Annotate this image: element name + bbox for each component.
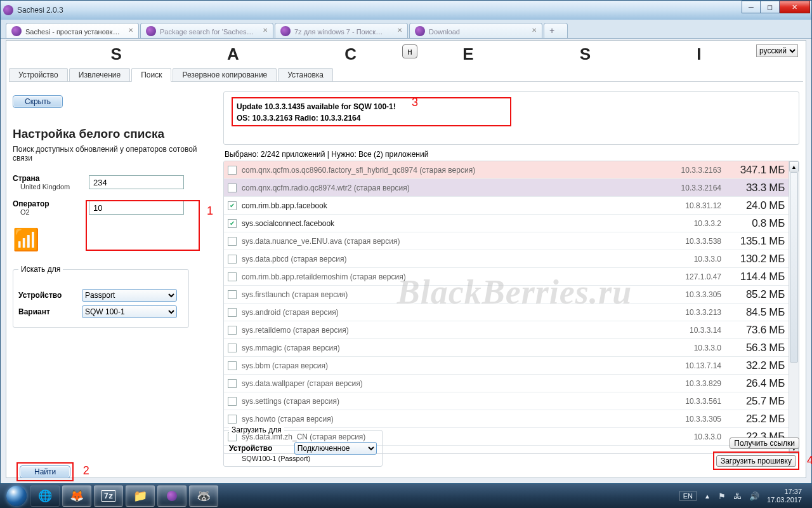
country-input[interactable] bbox=[89, 175, 184, 189]
browser-tab[interactable]: Download✕ bbox=[409, 23, 542, 38]
taskbar-sachesi[interactable] bbox=[157, 485, 187, 507]
close-tab-icon[interactable]: ✕ bbox=[263, 27, 268, 34]
row-checkbox[interactable] bbox=[228, 415, 237, 424]
row-version: 10.3.3.0 bbox=[664, 255, 721, 264]
tray-clock[interactable]: 17:37 17.03.2017 bbox=[767, 488, 802, 504]
row-checkbox[interactable] bbox=[228, 237, 237, 246]
app-list-row[interactable]: sys.data.pbcd (старая версия)10.3.3.0130… bbox=[224, 250, 789, 268]
close-tab-icon[interactable]: ✕ bbox=[397, 27, 402, 34]
app-list-row[interactable]: ✔sys.socialconnect.facebook10.3.3.20.8 М… bbox=[224, 215, 789, 232]
app-list-row[interactable]: com.qnx.qcfm.radio.qc8974.wtr2 (старая в… bbox=[224, 179, 789, 197]
row-size: 84.5 МБ bbox=[721, 306, 785, 319]
row-size: 130.2 МБ bbox=[721, 253, 785, 265]
scroll-thumb[interactable] bbox=[790, 172, 798, 363]
operator-input[interactable] bbox=[89, 201, 184, 215]
annotation-4: 4 bbox=[807, 454, 812, 467]
antenna-icon: 📶 bbox=[13, 229, 216, 250]
update-line1: Update 10.3.3.1435 available for SQW 100… bbox=[237, 102, 396, 111]
row-size: 33.3 МБ bbox=[721, 182, 785, 194]
language-select[interactable]: русский bbox=[756, 44, 798, 57]
whitelist-heading: Настройка белого списка bbox=[13, 127, 216, 141]
app-list-row[interactable]: sys.data.nuance_ve.ENU.ava (старая верси… bbox=[224, 232, 789, 250]
search-for-legend: Искать для bbox=[18, 265, 63, 274]
row-checkbox[interactable] bbox=[228, 290, 237, 299]
main-tab[interactable]: Установка bbox=[278, 68, 333, 81]
new-tab-button[interactable]: + bbox=[544, 23, 568, 38]
row-checkbox[interactable] bbox=[228, 361, 237, 370]
browser-tab[interactable]: Package search for 'Sachesi'…✕ bbox=[140, 23, 273, 38]
maximize-button[interactable]: ◻ bbox=[761, 1, 780, 13]
row-version: 10.3.3.305 bbox=[664, 415, 721, 424]
app-list-row[interactable]: sys.howto (старая версия)10.3.3.30525.2 … bbox=[224, 410, 789, 428]
app-list-row[interactable]: com.rim.bb.app.retaildemoshim (старая ве… bbox=[224, 268, 789, 286]
app-list-row[interactable]: ✔com.rim.bb.app.facebook10.8.31.1224.0 М… bbox=[224, 197, 789, 215]
taskbar-explorer[interactable]: 📁 bbox=[126, 485, 155, 507]
app-list-row[interactable]: sys.bbm (старая версия)10.13.7.1432.2 МБ bbox=[224, 357, 789, 375]
minimize-button[interactable]: ─ bbox=[742, 1, 761, 13]
window-frame: Sachesi 2.0.3 ─ ◻ ✕ Sachesi - простая ус… bbox=[0, 0, 812, 484]
tray-action-center-icon[interactable]: ⚑ bbox=[718, 491, 726, 501]
close-tab-icon[interactable]: ✕ bbox=[532, 27, 537, 34]
chrome-icon: 🌐 bbox=[38, 489, 52, 503]
taskbar-chrome[interactable]: 🌐 bbox=[30, 485, 60, 507]
taskbar-firefox[interactable]: 🦊 bbox=[62, 485, 91, 507]
scroll-up-icon[interactable]: ▲ bbox=[789, 161, 799, 171]
annotation-box-2: Найти bbox=[16, 462, 74, 481]
close-button[interactable]: ✕ bbox=[780, 1, 810, 13]
gimp-icon: 🦝 bbox=[197, 489, 211, 503]
row-checkbox[interactable] bbox=[228, 379, 237, 388]
app-list-row[interactable]: com.qnx.qcfm.os.qc8960.factory_sfi_hybri… bbox=[224, 161, 789, 179]
app-list-row[interactable]: sys.retaildemo (старая версия)10.3.3.147… bbox=[224, 321, 789, 339]
row-name: sys.retaildemo (старая версия) bbox=[242, 326, 664, 335]
variant-select[interactable]: SQW 100-1 bbox=[82, 305, 177, 318]
row-checkbox[interactable] bbox=[228, 397, 237, 406]
row-checkbox[interactable] bbox=[228, 166, 237, 175]
brand-center-button[interactable]: н bbox=[402, 44, 417, 58]
app-list-row[interactable]: sys.android (старая версия)10.3.3.21384.… bbox=[224, 304, 789, 321]
main-tab[interactable]: Поиск bbox=[131, 68, 171, 82]
row-checkbox[interactable] bbox=[228, 272, 237, 281]
close-tab-icon[interactable]: ✕ bbox=[128, 27, 133, 34]
download-device-select[interactable]: Подключенное bbox=[294, 442, 377, 455]
main-tab[interactable]: Устройство bbox=[9, 68, 68, 81]
tray-overflow-icon[interactable]: ▲ bbox=[704, 493, 710, 500]
row-checkbox[interactable] bbox=[228, 344, 237, 352]
row-checkbox[interactable]: ✔ bbox=[228, 219, 237, 228]
find-button[interactable]: Найти bbox=[20, 465, 70, 478]
country-label: Страна bbox=[13, 174, 76, 183]
window-buttons: ─ ◻ ✕ bbox=[742, 1, 810, 13]
row-name: com.qnx.qcfm.os.qc8960.factory_sfi_hybri… bbox=[242, 166, 664, 175]
taskbar-gimp[interactable]: 🦝 bbox=[189, 485, 218, 507]
app-list-row[interactable]: sys.settings (старая версия)10.3.3.56125… bbox=[224, 392, 789, 410]
download-firmware-button[interactable]: Загрузить прошивку bbox=[716, 455, 796, 467]
main-tab[interactable]: Резервное копирование bbox=[173, 68, 277, 81]
get-links-button[interactable]: Получить ссылки bbox=[730, 438, 799, 449]
row-checkbox[interactable] bbox=[228, 308, 237, 317]
app-list-row[interactable]: sys.firstlaunch (старая версия)10.3.3.30… bbox=[224, 286, 789, 304]
row-name: sys.settings (старая версия) bbox=[242, 397, 664, 406]
app-list-row[interactable]: sys.mmagic (старая версия)10.3.3.056.3 М… bbox=[224, 339, 789, 357]
operator-label: Оператор bbox=[13, 199, 76, 208]
system-tray[interactable]: EN ▲ ⚑ 🖧 🔊 17:37 17.03.2017 bbox=[679, 488, 808, 504]
taskbar-7zip[interactable]: 7z bbox=[94, 485, 123, 507]
main-tab[interactable]: Извлечение bbox=[69, 68, 130, 81]
tray-language[interactable]: EN bbox=[679, 491, 697, 501]
browser-tab[interactable]: Sachesi - простая установка…✕ bbox=[6, 23, 139, 38]
app-list-row[interactable]: sys.data.wallpaper (старая версия)10.3.3… bbox=[224, 375, 789, 392]
download-for-legend: Загрузить для bbox=[229, 425, 284, 434]
row-checkbox[interactable] bbox=[228, 255, 237, 264]
scrollbar[interactable]: ▲ ▼ bbox=[789, 161, 799, 453]
row-checkbox[interactable] bbox=[228, 184, 237, 192]
hide-button[interactable]: Скрыть bbox=[13, 95, 63, 108]
row-checkbox[interactable] bbox=[228, 326, 237, 335]
annotation-box-4: Загрузить прошивку 4 bbox=[713, 451, 799, 470]
start-button[interactable] bbox=[4, 484, 29, 508]
device-select[interactable]: Passport bbox=[82, 289, 177, 302]
taskbar[interactable]: 🌐 🦊 7z 📁 🦝 EN ▲ ⚑ 🖧 🔊 17:37 17.03.2017 bbox=[0, 484, 812, 508]
tray-network-icon[interactable]: 🖧 bbox=[733, 491, 742, 501]
language-picker[interactable]: русский bbox=[756, 44, 798, 57]
browser-tab[interactable]: 7z для windows 7 - Поиск…✕ bbox=[275, 23, 408, 38]
titlebar[interactable]: Sachesi 2.0.3 ─ ◻ ✕ bbox=[1, 1, 811, 20]
tray-volume-icon[interactable]: 🔊 bbox=[749, 491, 759, 501]
row-checkbox[interactable]: ✔ bbox=[228, 201, 237, 210]
